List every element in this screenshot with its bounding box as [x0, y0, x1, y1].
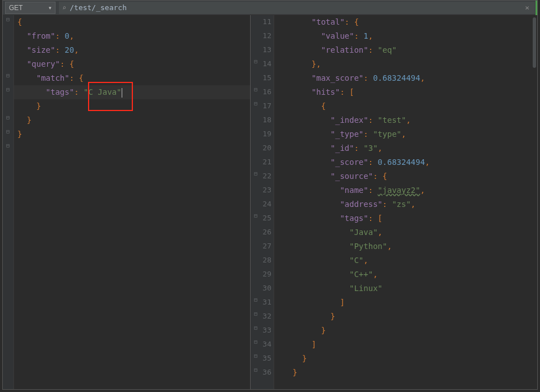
fold-toggle-icon[interactable]: ⊟	[252, 311, 259, 317]
token: "Linux"	[349, 284, 382, 293]
line-number: 25	[258, 214, 271, 222]
fold-toggle-icon[interactable]: ⊟	[252, 297, 259, 303]
fold-toggle-icon[interactable]: ⊟	[252, 353, 259, 359]
code-line[interactable]: "Python",	[280, 239, 537, 253]
response-code[interactable]: "total": { "value": 1, "relation": "eq" …	[280, 15, 537, 380]
fold-toggle-icon[interactable]: ⊟	[252, 367, 259, 373]
line-number: 18	[258, 116, 271, 124]
request-toolbar: GET ▾ ⌕ /test/_search ×	[3, 1, 537, 15]
line-number: 27	[258, 242, 271, 250]
code-line[interactable]: "relation": "eq"	[280, 43, 537, 57]
request-code[interactable]: { "from": 0, "size": 20, "query": { "mat…	[14, 15, 250, 141]
fold-toggle-icon[interactable]: ⊟	[252, 86, 259, 93]
code-line[interactable]: "size": 20,	[14, 43, 250, 57]
fold-toggle-icon[interactable]: ⊟	[252, 325, 259, 331]
clear-icon[interactable]: ×	[523, 3, 532, 12]
code-line[interactable]: }	[14, 127, 250, 141]
line-number: 12	[258, 31, 271, 40]
token: },	[283, 59, 321, 68]
code-line[interactable]: "total": {	[280, 15, 537, 29]
token: :	[363, 130, 373, 139]
code-line[interactable]: "hits": [	[280, 85, 537, 99]
code-line[interactable]: "tags": [	[280, 211, 537, 225]
code-line[interactable]: "address": "zs",	[280, 197, 537, 211]
code-line[interactable]: "match": {	[14, 71, 250, 85]
token: ,	[420, 186, 424, 195]
response-editor[interactable]: 1112131415161718192021222324252627282930…	[251, 15, 537, 389]
http-method-label: GET	[9, 4, 23, 12]
fold-toggle-icon[interactable]: ⊟	[4, 142, 11, 149]
code-line[interactable]: }	[14, 113, 250, 127]
code-line[interactable]: "_score": 0.68324494,	[280, 155, 537, 169]
fold-toggle-icon[interactable]: ⊟	[252, 100, 259, 107]
code-line[interactable]: }	[14, 99, 250, 113]
line-number: 21	[258, 158, 271, 166]
token: "total"	[312, 17, 345, 26]
token: 20	[64, 45, 74, 54]
code-line[interactable]: "C++",	[280, 268, 537, 282]
http-method-select[interactable]: GET ▾	[5, 2, 56, 14]
code-line[interactable]: "Java",	[280, 225, 537, 239]
token: 0	[64, 31, 69, 40]
token	[283, 186, 340, 195]
token: }	[283, 312, 335, 321]
code-line[interactable]: "value": 1,	[280, 29, 537, 43]
code-line[interactable]: },	[280, 57, 537, 71]
code-line[interactable]: {	[280, 99, 537, 113]
code-line[interactable]: "_type": "type",	[280, 127, 537, 141]
url-input[interactable]: ⌕ /test/_search ×	[59, 2, 535, 14]
code-line[interactable]: }	[280, 366, 537, 380]
token: 0.68324494	[373, 73, 420, 82]
token: :	[55, 45, 64, 54]
editor-panes: ⊟⊟⊟⊟⊟⊟ { "from": 0, "size": 20, "query":…	[3, 15, 537, 389]
fold-toggle-icon[interactable]: ⊟	[252, 339, 259, 345]
search-icon: ⌕	[62, 4, 66, 12]
code-line[interactable]: "_index": "test",	[280, 113, 537, 127]
token: "Java"	[349, 228, 378, 237]
code-line[interactable]: "_id": "3",	[280, 141, 537, 155]
code-line[interactable]: }	[280, 352, 537, 366]
fold-toggle-icon[interactable]: ⊟	[4, 86, 11, 93]
token: }	[283, 326, 326, 335]
code-line[interactable]: "query": {	[14, 57, 250, 71]
code-line[interactable]: "C",	[280, 253, 537, 268]
fold-toggle-icon[interactable]: ⊟	[252, 170, 259, 177]
token: : {	[373, 172, 387, 181]
scrollbar-thumb[interactable]	[533, 17, 536, 68]
token: 1	[363, 31, 368, 40]
request-editor[interactable]: ⊟⊟⊟⊟⊟⊟ { "from": 0, "size": 20, "query":…	[3, 15, 251, 389]
token: "Python"	[349, 242, 387, 251]
code-line[interactable]: }	[280, 310, 537, 324]
token	[17, 31, 27, 40]
code-line[interactable]: "_source": {	[280, 169, 537, 183]
code-line[interactable]: ]	[280, 296, 537, 310]
code-line[interactable]: }	[280, 324, 537, 338]
line-number: 26	[258, 228, 271, 236]
line-number: 13	[258, 45, 271, 54]
token: ,	[387, 242, 391, 251]
code-line[interactable]: "tags": "C Java"	[14, 85, 250, 99]
fold-toggle-icon[interactable]: ⊟	[4, 72, 11, 79]
token: "size"	[27, 45, 56, 54]
token	[17, 73, 36, 82]
code-line[interactable]: "from": 0,	[14, 29, 250, 43]
fold-toggle-icon[interactable]: ⊟	[4, 16, 11, 23]
code-line[interactable]: {	[14, 15, 250, 29]
fold-toggle-icon[interactable]: ⊟	[4, 114, 11, 121]
code-line[interactable]: ]	[280, 338, 537, 352]
code-line[interactable]: "max_score": 0.68324494,	[280, 71, 537, 85]
token: : {	[70, 73, 84, 82]
token: ,	[373, 270, 377, 279]
token: ]	[283, 340, 316, 349]
fold-toggle-icon[interactable]: ⊟	[252, 213, 259, 219]
run-button-edge[interactable]	[536, 1, 537, 15]
fold-toggle-icon[interactable]: ⊟	[4, 128, 11, 135]
token: }	[17, 130, 22, 139]
fold-toggle-icon[interactable]: ⊟	[252, 58, 259, 65]
scrollbar-vertical[interactable]	[532, 15, 537, 389]
code-line[interactable]: "Linux"	[280, 282, 537, 296]
code-line[interactable]: "name": "javayz2",	[280, 183, 537, 197]
token: "from"	[27, 31, 56, 40]
token: ,	[368, 31, 373, 40]
token	[283, 214, 340, 223]
